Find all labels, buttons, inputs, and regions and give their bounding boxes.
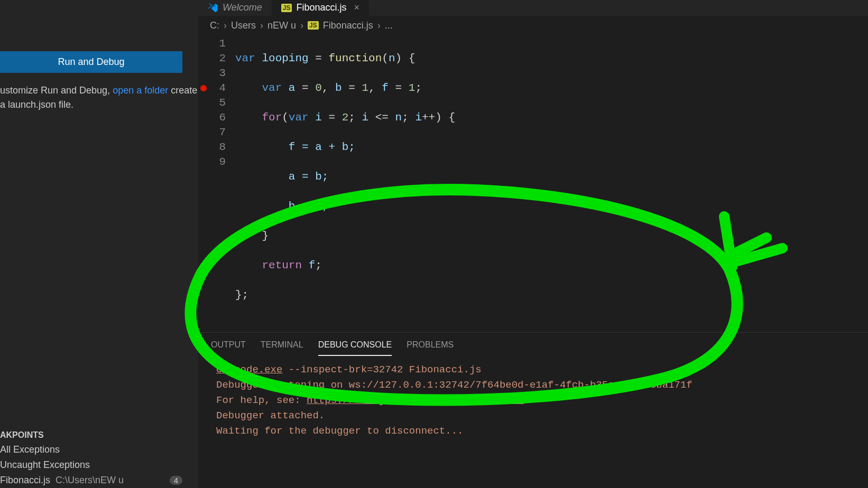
code-content[interactable]: var looping = function(n) { var a = 0, b… [235, 36, 868, 332]
punct: } [262, 230, 269, 242]
punct: ; [315, 259, 322, 271]
var: f [302, 259, 315, 271]
tab-fibonacci[interactable]: JS Fibonacci.js × [272, 0, 369, 16]
bp-uncaught-exceptions[interactable]: Uncaught Exceptions [0, 457, 198, 473]
op: = [322, 111, 342, 124]
punct: ) { [395, 52, 415, 64]
var: i [415, 111, 422, 124]
breadcrumb[interactable]: C: › Users › nEW u › JS Fibonacci.js › .… [198, 16, 868, 35]
line-number: 2 [209, 51, 226, 66]
stmt: b = f; [289, 200, 329, 212]
debug-console-output[interactable]: C:\node.exe --inspect-brk=32742 Fibonacc… [198, 356, 868, 445]
breadcrumb-users[interactable]: Users [231, 20, 256, 31]
stmt: a = b; [289, 171, 329, 183]
bp-file-row[interactable]: Fibonacci.js C:\Users\nEW u 4 [0, 473, 198, 488]
tab-welcome-label: Welcome [223, 2, 262, 13]
line-number: 1 [209, 36, 226, 51]
code-line[interactable]: var a = 0, b = 1, f = 1; [235, 81, 868, 96]
bottom-panel: OUTPUT TERMINAL DEBUG CONSOLE PROBLEMS C… [198, 332, 868, 488]
code-line[interactable]: }; [235, 288, 868, 303]
breakpoints-section: AKPOINTS All Exceptions Uncaught Excepti… [0, 428, 198, 488]
var: i [362, 111, 369, 124]
line-number: 3 [209, 66, 226, 81]
bp-all-exceptions[interactable]: All Exceptions [0, 442, 198, 457]
code-line[interactable]: var looping = function(n) { [235, 51, 868, 66]
js-icon: JS [281, 4, 292, 12]
help-text-prefix: ustomize Run and Debug, [0, 85, 113, 96]
code-editor[interactable]: 1 2 3 4 5 6 7 8 9 var looping = function… [198, 35, 868, 332]
code-line[interactable]: a = b; [235, 170, 868, 184]
tab-debug-console[interactable]: DEBUG CONSOLE [318, 340, 392, 356]
breakpoint-gutter[interactable] [198, 36, 209, 332]
op: = [389, 82, 409, 94]
var: i [309, 111, 322, 124]
punct: ( [282, 111, 289, 124]
console-line: Debugger attached. [216, 408, 850, 424]
close-icon[interactable]: × [354, 2, 359, 13]
kw: for [262, 111, 282, 124]
punct: ( [382, 52, 389, 64]
sidebar-top: Run and Debug ustomize Run and Debug, op… [0, 0, 198, 112]
chevron-right-icon: › [377, 20, 381, 31]
line-number: 8 [209, 140, 226, 155]
editor-tabs: Welcome JS Fibonacci.js × [198, 0, 868, 16]
var: n [395, 111, 402, 124]
code-line[interactable]: } [235, 229, 868, 243]
num: 1 [409, 82, 415, 94]
tab-welcome[interactable]: Welcome [198, 0, 272, 16]
punct: ++) { [422, 111, 455, 124]
num: 0 [315, 82, 322, 94]
breakpoint-dot-icon[interactable] [200, 85, 207, 91]
console-line: Waiting for the debugger to disconnect..… [216, 424, 850, 439]
tab-problems[interactable]: PROBLEMS [407, 340, 454, 356]
tab-output[interactable]: OUTPUT [211, 340, 246, 356]
breakpoints-title[interactable]: AKPOINTS [0, 428, 198, 442]
help-url-link[interactable]: https://nodejs.org/en/docs/inspector [307, 395, 523, 406]
breadcrumb-user[interactable]: nEW u [267, 20, 296, 31]
js-icon: JS [308, 21, 319, 30]
node-exe-link[interactable]: C:\node.exe [216, 364, 282, 376]
param: n [389, 52, 395, 64]
punct: ; [348, 111, 362, 124]
var: looping [262, 52, 308, 64]
num: 2 [342, 111, 349, 124]
vscode-icon [208, 3, 218, 13]
tab-terminal[interactable]: TERMINAL [261, 340, 303, 356]
line-number: 7 [209, 125, 226, 140]
punct: , [368, 82, 382, 94]
code-line[interactable]: f = a + b; [235, 140, 868, 155]
chevron-right-icon: › [260, 20, 263, 31]
kw: var [262, 82, 282, 94]
bp-line-badge: 4 [170, 476, 182, 485]
code-line[interactable]: for(var i = 2; i <= n; i++) { [235, 110, 868, 125]
code-line[interactable]: return f; [235, 258, 868, 273]
run-and-debug-button[interactable]: Run and Debug [0, 51, 182, 73]
chevron-right-icon: › [300, 20, 303, 31]
console-line: C:\node.exe --inspect-brk=32742 Fibonacc… [216, 362, 850, 378]
help-prefix: For help, see: [216, 395, 307, 406]
punct: ; [415, 82, 422, 94]
line-number: 5 [209, 96, 226, 110]
op: = [295, 82, 315, 94]
var: b [335, 82, 342, 94]
breadcrumb-file[interactable]: Fibonacci.js [323, 20, 373, 31]
punct: }; [235, 289, 248, 301]
breadcrumb-c[interactable]: C: [210, 20, 219, 31]
panel-tabs: OUTPUT TERMINAL DEBUG CONSOLE PROBLEMS [198, 333, 868, 356]
op: = [309, 52, 329, 64]
fn: function [328, 52, 382, 64]
sidebar-help-text: ustomize Run and Debug, open a folder cr… [0, 83, 198, 112]
var: f [382, 82, 389, 94]
code-line[interactable]: b = f; [235, 199, 868, 214]
punct: , [322, 82, 335, 94]
breadcrumb-ellipsis[interactable]: ... [385, 20, 393, 31]
var: a [282, 82, 295, 94]
bp-file-path: C:\Users\nEW u [56, 475, 124, 486]
main-area: Welcome JS Fibonacci.js × C: › Users › n… [198, 0, 868, 488]
console-line: Debugger listening on ws://127.0.0.1:327… [216, 378, 850, 393]
stmt: f = a + b; [289, 141, 355, 153]
kw: var [289, 111, 309, 124]
line-number: 4 [209, 81, 226, 96]
open-folder-link[interactable]: open a folder [113, 85, 168, 96]
line-number: 6 [209, 110, 226, 125]
